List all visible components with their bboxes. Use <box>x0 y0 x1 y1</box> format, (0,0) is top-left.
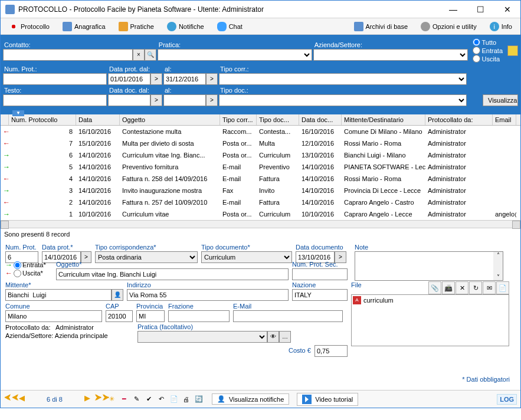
indirizzo-input[interactable] <box>127 289 289 301</box>
al2-picker[interactable]: > <box>206 94 218 106</box>
frazione-input[interactable] <box>168 310 230 322</box>
table-row[interactable]: ←715/10/2016Multa per divieto di sostaPo… <box>1 137 520 149</box>
dataprot-dal-input[interactable] <box>108 73 150 85</box>
horizontal-scrollbar[interactable] <box>1 220 520 228</box>
oggetto-d-input[interactable] <box>56 268 289 280</box>
costo-input[interactable] <box>314 345 348 357</box>
datadoc-al-input[interactable] <box>163 94 206 106</box>
radio-entrata[interactable]: Entrata <box>473 47 503 54</box>
mittente-picker[interactable]: 👤 <box>112 289 123 301</box>
log-badge[interactable]: LOG <box>497 394 517 405</box>
pratica-select[interactable] <box>158 49 312 61</box>
file-scan-button[interactable]: 📠 <box>442 281 455 294</box>
arrow-in-icon: → <box>5 261 12 269</box>
visualizza-notifiche-button[interactable]: 👤Visualizza notifiche <box>212 393 289 405</box>
comune-input[interactable] <box>5 310 102 322</box>
chat-icon <box>217 22 227 31</box>
search-contatto-button[interactable]: 🔍 <box>145 49 156 61</box>
maximize-button[interactable]: ☐ <box>472 4 489 15</box>
nav-first[interactable]: ⮜⮜ <box>4 393 15 405</box>
note-textarea[interactable]: ˄˅ <box>355 251 503 281</box>
cap-input[interactable] <box>106 310 133 322</box>
datadoc-picker[interactable]: > <box>150 94 162 106</box>
file-email-button[interactable]: ✉ <box>483 281 496 294</box>
file-list[interactable]: Acurriculum <box>351 294 509 346</box>
col-email[interactable]: Email <box>493 114 516 125</box>
comune-label: Comune <box>5 303 102 310</box>
numprotsec-input[interactable] <box>292 268 348 280</box>
table-row[interactable]: →110/10/2016Curriculum vitaePosta or...C… <box>1 208 520 220</box>
file-delete-button[interactable]: ✕ <box>456 281 468 294</box>
clear-contatto-button[interactable]: × <box>133 49 145 61</box>
file-label: File <box>351 281 362 294</box>
nav-add[interactable]: ✳ <box>107 394 117 405</box>
close-button[interactable]: ✕ <box>499 4 516 15</box>
provincia-input[interactable] <box>136 310 165 322</box>
nav-save[interactable]: ✔ <box>144 394 155 405</box>
file-refresh-button[interactable]: ↻ <box>469 281 482 294</box>
radio-uscita-detail[interactable]: ←Uscita* <box>5 269 53 277</box>
nav-edit[interactable]: ✎ <box>132 394 142 405</box>
contatto-input[interactable] <box>3 49 133 61</box>
pratica-btn1[interactable]: 👁 <box>267 331 279 343</box>
radio-uscita[interactable]: Uscita <box>473 55 503 63</box>
toolbar-pratiche[interactable]: Pratiche <box>113 21 160 32</box>
nav-undo[interactable]: ↶ <box>156 394 167 405</box>
col-tipocorr[interactable]: Tipo corr... <box>220 114 257 125</box>
testo-input[interactable] <box>3 94 107 106</box>
pratica-d-select[interactable] <box>137 331 267 343</box>
numprotsec-label: Num. Prot. Sec. <box>292 261 348 268</box>
col-datadoc[interactable]: Data doc... <box>299 114 342 125</box>
file-item[interactable]: Acurriculum <box>353 296 507 304</box>
azienda-select[interactable] <box>313 49 468 61</box>
nav-delete[interactable]: ━ <box>119 394 130 405</box>
nav-refresh[interactable]: 🔄 <box>194 394 204 405</box>
table-row[interactable]: ←816/10/2016Contestazione multaRaccom...… <box>1 126 520 137</box>
col-oggetto[interactable]: Oggetto <box>120 114 220 125</box>
tipocorr-d-label: Tipo corrispondenza* <box>95 244 198 251</box>
table-row[interactable]: →614/10/2016Curriculum vitae Ing. Bianc.… <box>1 149 520 161</box>
dataprot-picker[interactable]: > <box>150 73 162 85</box>
dataprot-al-input[interactable] <box>163 73 206 85</box>
col-tipodoc[interactable]: Tipo doc... <box>257 114 299 125</box>
nazione-label: Nazione <box>292 281 348 289</box>
col-data[interactable]: Data <box>76 114 120 125</box>
tipodoc-select[interactable] <box>219 94 467 106</box>
numprot-input[interactable] <box>3 73 107 85</box>
nav-prev[interactable]: ◀ <box>17 393 27 405</box>
toolbar-info[interactable]: iInfo <box>484 21 518 32</box>
col-numprot[interactable]: Num. Protocollo <box>9 114 76 125</box>
email-d-input[interactable] <box>233 310 343 322</box>
mittente-d-input[interactable] <box>5 289 112 301</box>
table-row[interactable]: ←214/10/2016Fattura n. 257 del 10/09/201… <box>1 196 520 208</box>
nazione-input[interactable] <box>292 289 348 301</box>
nav-print[interactable]: 🖨 <box>181 394 192 405</box>
col-mittente[interactable]: Mittente/Destinatario <box>342 114 425 125</box>
file-attach-button[interactable]: 📎 <box>428 281 441 294</box>
filter-icon[interactable] <box>507 45 518 56</box>
datadoc-dal-input[interactable] <box>108 94 150 106</box>
radio-tutto[interactable]: Tutto <box>473 38 503 46</box>
nav-next[interactable]: ▶ <box>82 393 93 405</box>
table-row[interactable]: ←414/10/2016Fattura n. 258 del 14/09/201… <box>1 173 520 185</box>
minimize-button[interactable]: — <box>445 4 461 15</box>
toolbar-protocollo[interactable]: Protocollo <box>3 21 55 32</box>
table-row[interactable]: →314/10/2016Invito inaugurazione mostraF… <box>1 185 520 196</box>
toolbar-opzioni[interactable]: Opzioni e utility <box>415 21 483 32</box>
file-copy-button[interactable]: 📄 <box>496 281 509 294</box>
visualizza-button[interactable]: Visualizza <box>483 94 518 106</box>
video-tutorial-button[interactable]: Video tutorial <box>297 393 358 406</box>
radio-entrata-detail[interactable]: →Entrata* <box>5 261 53 269</box>
toolbar-notifiche[interactable]: Notifiche <box>161 21 210 32</box>
tipocorr-select[interactable] <box>219 73 467 85</box>
col-protda[interactable]: Protocollato da: <box>425 114 493 125</box>
pratica-btn2[interactable]: … <box>279 331 291 343</box>
toolbar-anagrafica[interactable]: Anagrafica <box>57 21 112 32</box>
nav-last[interactable]: ⮞⮞ <box>94 393 105 405</box>
toolbar-chat[interactable]: Chat <box>211 21 248 32</box>
tipodoc-d-label: Tipo documento* <box>201 244 292 251</box>
nav-copy[interactable]: 📄 <box>169 394 179 405</box>
table-row[interactable]: →514/10/2016Preventivo fornituraE-mailPr… <box>1 161 520 173</box>
toolbar-archivi[interactable]: Archivi di base <box>348 21 414 32</box>
al-picker[interactable]: > <box>206 73 218 85</box>
